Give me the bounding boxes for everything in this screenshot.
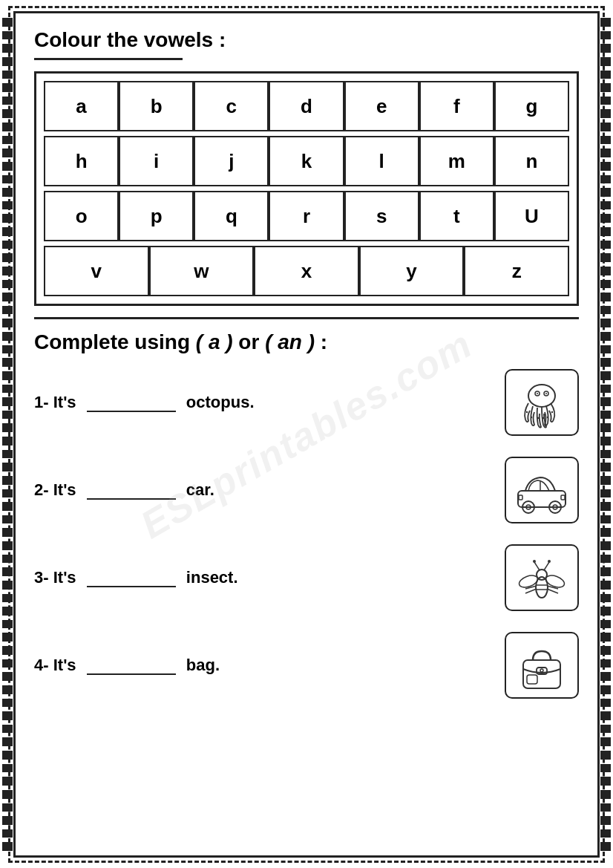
svg-point-8 <box>542 417 544 418</box>
letter-row-2: h i j k l m n <box>44 136 569 186</box>
letter-cell-n: n <box>494 136 569 186</box>
exercise-3-blank[interactable] <box>87 572 176 587</box>
letter-cell-b: b <box>119 81 194 131</box>
letter-cell-h: h <box>44 136 119 186</box>
insect-illustration <box>512 550 571 606</box>
car-illustration <box>512 463 571 518</box>
svg-point-24 <box>548 560 551 563</box>
letter-row-1: a b c d e f g <box>44 81 569 131</box>
letter-cell-l: l <box>344 136 419 186</box>
letter-cell-i: i <box>119 136 194 186</box>
exercise-2-its: It's <box>53 480 76 499</box>
svg-line-28 <box>525 589 537 593</box>
exercise-1: 1- It's octopus. <box>34 369 579 436</box>
svg-point-5 <box>526 411 528 412</box>
svg-point-10 <box>551 411 553 412</box>
svg-point-7 <box>537 417 539 418</box>
left-decoration <box>2 13 13 855</box>
svg-rect-18 <box>519 495 522 500</box>
letter-cell-u: U <box>494 191 569 241</box>
exercise-4-blank[interactable] <box>87 660 176 675</box>
letter-row-3: o p q r s t U <box>44 191 569 241</box>
svg-point-3 <box>537 393 538 394</box>
svg-line-30 <box>547 589 558 593</box>
exercise-4-word: bag. <box>186 656 220 674</box>
exercise-4-its: It's <box>53 656 76 674</box>
letter-cell-e: e <box>344 81 419 131</box>
svg-point-9 <box>547 416 548 417</box>
exercise-1-blank[interactable] <box>87 397 176 412</box>
exercise-2-word: car. <box>186 480 214 499</box>
letter-cell-a: a <box>44 81 119 131</box>
letter-cell-t: t <box>419 191 494 241</box>
exercise-4-image <box>505 632 579 699</box>
letter-cell-o: o <box>44 191 119 241</box>
letter-cell-v: v <box>44 246 149 296</box>
exercise-3-text: 3- It's insect. <box>34 568 238 587</box>
exercise-1-num: 1- <box>34 393 49 411</box>
svg-point-20 <box>537 570 547 580</box>
exercise-2-num: 2- <box>34 480 49 499</box>
letter-cell-r: r <box>269 191 344 241</box>
exercise-2-text: 2- It's car. <box>34 480 214 500</box>
exercise-1-word: octopus. <box>186 393 255 411</box>
letter-cell-w: w <box>149 246 255 296</box>
exercise-2-image <box>505 457 579 523</box>
svg-point-23 <box>533 560 536 563</box>
letter-cell-z: z <box>464 246 569 296</box>
svg-line-21 <box>534 562 540 570</box>
letter-cell-s: s <box>344 191 419 241</box>
exercise-3-its: It's <box>53 568 76 587</box>
exercise-1-text: 1- It's octopus. <box>34 393 255 412</box>
page-content: Colour the vowels : a b c d e f g h i j … <box>16 13 597 734</box>
section2-title: Complete using ( a ) or ( an ) : <box>34 330 579 354</box>
title-underline <box>34 58 183 60</box>
exercise-4-num: 4- <box>34 656 49 674</box>
letter-cell-y: y <box>359 246 465 296</box>
exercise-2-blank[interactable] <box>87 485 176 500</box>
section1-title: Colour the vowels : <box>34 28 579 52</box>
section-divider <box>34 317 579 319</box>
exercise-3-num: 3- <box>34 568 49 587</box>
letter-cell-j: j <box>194 136 269 186</box>
letter-cell-c: c <box>194 81 269 131</box>
exercise-2: 2- It's car. <box>34 457 579 523</box>
exercise-1-image <box>505 369 579 436</box>
right-decoration <box>600 13 611 855</box>
exercise-3-word: insect. <box>186 568 238 587</box>
letter-cell-d: d <box>269 81 344 131</box>
exercise-3-image <box>505 544 579 611</box>
letter-cell-k: k <box>269 136 344 186</box>
letters-section: a b c d e f g h i j k l m n o p <box>34 71 579 306</box>
bag-illustration <box>512 638 571 694</box>
svg-rect-17 <box>561 495 565 500</box>
exercise-1-its: It's <box>53 393 76 411</box>
svg-line-22 <box>544 562 549 570</box>
letter-row-4: v w x y z <box>44 246 569 296</box>
letter-cell-m: m <box>419 136 494 186</box>
svg-rect-36 <box>527 675 537 684</box>
letter-cell-x: x <box>254 246 359 296</box>
svg-point-35 <box>540 669 543 672</box>
letter-cell-g: g <box>494 81 569 131</box>
octopus-illustration <box>512 375 571 431</box>
letter-cell-p: p <box>119 191 194 241</box>
letter-cell-q: q <box>194 191 269 241</box>
svg-rect-11 <box>518 491 566 507</box>
svg-point-6 <box>531 416 532 417</box>
svg-point-4 <box>545 393 547 394</box>
letter-cell-f: f <box>419 81 494 131</box>
exercise-4: 4- It's bag. <box>34 632 579 699</box>
exercise-4-text: 4- It's bag. <box>34 656 220 675</box>
exercise-3: 3- It's insect. <box>34 544 579 611</box>
worksheet-container: Colour the vowels : a b c d e f g h i j … <box>13 11 600 858</box>
